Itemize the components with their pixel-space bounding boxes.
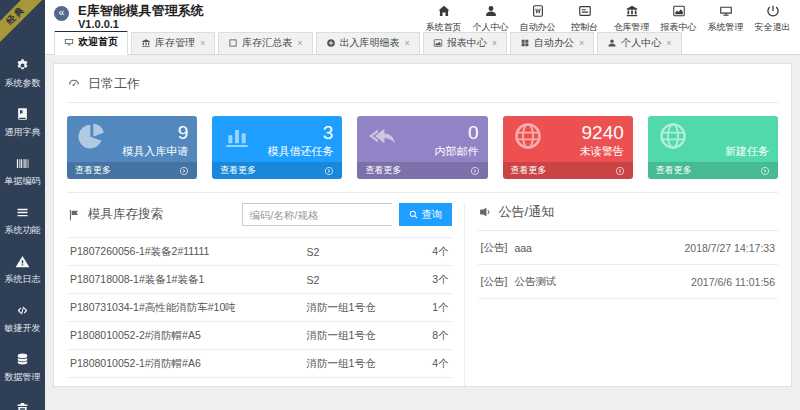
item-name: P1807260056-1#装备2#11111 — [70, 245, 307, 259]
reply-icon — [366, 120, 398, 152]
sidebar-item-data-management[interactable]: 数据管理 — [0, 344, 45, 393]
list-item[interactable]: [公告] aaa 2018/7/27 14:17:33 — [478, 231, 778, 265]
close-icon[interactable]: × — [405, 38, 410, 48]
sidebar-item-agile-dev[interactable]: 敏捷开发 — [0, 295, 45, 344]
sidebar-item-system-params[interactable]: 系统参数 — [0, 50, 45, 99]
card-unread-warnings: 9240 未读警告 查看更多 — [503, 116, 633, 179]
nav-item-personal-center[interactable]: 个人中心 — [467, 4, 514, 34]
item-qty: 8个 — [409, 329, 449, 343]
word-doc-icon — [531, 4, 545, 18]
tab-inout-detail[interactable]: 出入库明细表 × — [316, 32, 420, 54]
notice-header: 公告/通知 — [478, 203, 778, 231]
monitor-icon — [64, 37, 74, 47]
arrow-circle-right-icon — [615, 166, 625, 176]
content-area: 日常工作 9 模具入库申请 查看更多 3 — [45, 55, 800, 395]
tab-personal-center[interactable]: 个人中心 × — [597, 32, 681, 54]
inventory-search-panel: 模具库存搜索 查询 P1807260056-1#装备2#11111 S2 4个 — [67, 203, 464, 387]
daily-work-header: 日常工作 — [67, 75, 778, 103]
item-qty: 2个 — [409, 385, 449, 388]
area-chart-icon — [433, 38, 443, 48]
item-qty: 3个 — [409, 273, 449, 287]
nav-item-label: 控制台 — [571, 21, 598, 34]
tab-label: 报表中心 — [447, 36, 487, 50]
notice-tag: [公告] — [481, 275, 508, 289]
nav-item-console[interactable]: 控制台 — [561, 4, 608, 34]
nav-item-system-home[interactable]: 系统首页 — [420, 4, 467, 34]
section-title: 模具库存搜索 — [88, 206, 163, 223]
view-more-link[interactable]: 查看更多 — [648, 162, 778, 179]
view-more-link[interactable]: 查看更多 — [212, 162, 342, 179]
tab-label: 库存管理 — [155, 36, 195, 50]
search-input[interactable] — [242, 203, 392, 226]
sidebar-item-label: 系统参数 — [5, 77, 41, 90]
notice-text: 公告测试 — [514, 275, 556, 289]
table-row: P180731034-1#高性能消防车#10吨 消防一组1号仓 1个 — [67, 294, 452, 322]
tab-inventory-summary[interactable]: 库存汇总表 × — [218, 32, 312, 54]
header: « E库智能模具管理系统 V1.0.0.1 系统首页 个人中心 自动办公 控制台 — [45, 0, 800, 31]
item-location: 消防一组1号仓 — [307, 329, 409, 343]
bank-icon — [141, 38, 151, 48]
home-icon — [437, 4, 451, 18]
view-more-link[interactable]: 查看更多 — [67, 162, 197, 179]
warning-icon — [15, 254, 30, 269]
card-label: 内部邮件 — [398, 144, 478, 159]
dashboard-panel: 日常工作 9 模具入库申请 查看更多 3 — [53, 63, 792, 387]
card-label: 模具入库申请 — [108, 144, 188, 159]
plus-circle-icon — [326, 38, 336, 48]
card-new-task: 新建任务 查看更多 — [648, 116, 778, 179]
nav-item-label: 系统管理 — [708, 21, 744, 34]
sidebar-item-mapping-management[interactable]: 映射管理 — [0, 393, 45, 410]
card-count: 9240 — [544, 122, 624, 143]
nav-item-logout[interactable]: 安全退出 — [749, 4, 796, 34]
tab-auto-office[interactable]: 自动办公 × — [510, 32, 594, 54]
nav-item-label: 报表中心 — [661, 21, 697, 34]
sidebar-collapse-button[interactable]: « — [54, 6, 69, 21]
card-label: 模具借还任务 — [253, 144, 333, 159]
item-location: 消防一组1号仓 — [307, 357, 409, 371]
card-mold-inbound-apply: 9 模具入库申请 查看更多 — [67, 116, 197, 179]
notice-time: 2018/7/27 14:17:33 — [684, 242, 775, 254]
sidebar-item-label: 数据管理 — [5, 371, 41, 384]
view-more-link[interactable]: 查看更多 — [503, 162, 633, 179]
arrow-circle-right-icon — [760, 166, 770, 176]
card-count: 3 — [253, 122, 333, 143]
tab-report-center[interactable]: 报表中心 × — [423, 32, 507, 54]
item-location: S2 — [307, 246, 409, 258]
card-mold-borrow-return: 3 模具借还任务 查看更多 — [212, 116, 342, 179]
card-label: 新建任务 — [689, 144, 769, 159]
close-icon[interactable]: × — [200, 38, 205, 48]
item-name: P1808010052-2#消防帽#A5 — [70, 329, 307, 343]
user-icon — [607, 38, 617, 48]
card-count — [689, 122, 769, 143]
sidebar-item-system-functions[interactable]: 系统功能 — [0, 197, 45, 246]
card-label: 未读警告 — [544, 144, 624, 159]
table-row: P1808010052-1#消防帽#A6 消防二组8号仓 2个 — [67, 378, 452, 387]
nav-item-report-center[interactable]: 报表中心 — [655, 4, 702, 34]
gear-icon — [15, 58, 30, 73]
close-icon[interactable]: × — [579, 38, 584, 48]
nav-item-system-management[interactable]: 系统管理 — [702, 4, 749, 34]
tab-welcome-home[interactable]: 欢迎首页 — [54, 30, 128, 55]
tab-inventory-management[interactable]: 库存管理 × — [131, 32, 215, 54]
search-icon — [408, 209, 419, 220]
sidebar-item-system-logs[interactable]: 系统日志 — [0, 246, 45, 295]
nav-item-warehouse-management[interactable]: 仓库管理 — [608, 4, 655, 34]
section-title: 公告/通知 — [499, 203, 555, 221]
sidebar-item-label: 系统日志 — [5, 273, 41, 286]
close-icon[interactable]: × — [492, 38, 497, 48]
sidebar-item-common-dictionary[interactable]: 通用字典 — [0, 99, 45, 148]
gauge-icon — [67, 77, 81, 91]
nav-item-auto-office[interactable]: 自动办公 — [514, 4, 561, 34]
sidebar-item-doc-coding[interactable]: 单据编码 — [0, 148, 45, 197]
close-icon[interactable]: × — [297, 38, 302, 48]
notice-time: 2017/6/6 11:01:56 — [691, 276, 775, 288]
arrow-circle-right-icon — [179, 166, 189, 176]
view-more-link[interactable]: 查看更多 — [357, 162, 487, 179]
nav-item-label: 个人中心 — [473, 21, 509, 34]
list-item[interactable]: [公告] 公告测试 2017/6/6 11:01:56 — [478, 265, 778, 299]
monitor-icon — [719, 4, 733, 18]
tab-label: 自动办公 — [534, 36, 574, 50]
close-icon[interactable]: × — [666, 38, 671, 48]
menu-icon — [15, 205, 30, 220]
search-button[interactable]: 查询 — [399, 203, 452, 226]
